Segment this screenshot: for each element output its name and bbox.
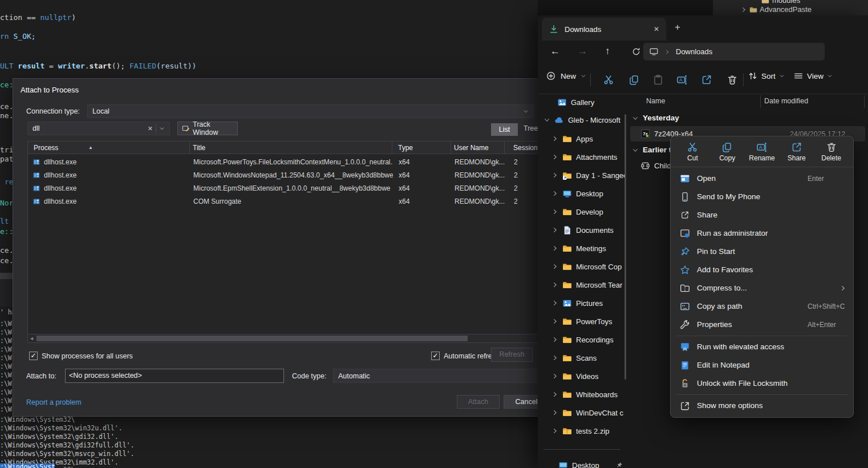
menu-item-share[interactable]: Share [671,206,853,224]
sidebar-item-whiteboards[interactable]: Whiteboards [538,386,624,403]
menu-item-show-more-options[interactable]: Show more options [671,397,853,415]
chevron-right-icon[interactable] [551,354,558,361]
sidebar-item-documents[interactable]: Documents [538,221,624,239]
sidebar-item-tests-zip[interactable]: tests 2.zip [538,422,624,439]
breadcrumb-item[interactable]: Downloads [676,47,712,56]
chevron-right-icon[interactable] [740,6,747,13]
forward-icon[interactable]: → [578,46,587,57]
sidebar-item-windevchat[interactable]: WinDevChat c [538,404,624,421]
sidebar-item-meetings[interactable]: Meetings [538,240,624,257]
chevron-right-icon[interactable] [551,427,558,434]
menu-item-edit-in-notepad[interactable]: Edit in Notepad [671,356,853,374]
chevron-right-icon[interactable] [551,208,558,215]
connection-type-select[interactable]: Local [87,104,534,118]
chevron-right-icon[interactable] [551,391,558,398]
sort-button[interactable]: Sort [748,71,785,81]
clear-filter-icon[interactable]: ✕ [148,125,153,132]
chevron-right-icon[interactable] [551,172,558,179]
cut-icon[interactable] [603,74,614,86]
menu-item-open[interactable]: OpenEnter [671,170,853,188]
chevron-right-icon[interactable] [551,135,558,142]
sidebar-item-day1[interactable]: Day 1 - Sangee [538,167,624,184]
refresh-icon[interactable] [631,47,641,57]
group-header-yesterday[interactable]: Yesterday [632,114,679,122]
column-header-date-modified[interactable]: Date modified [764,97,808,105]
filter-dropdown-icon[interactable] [159,126,165,131]
new-tab-icon[interactable]: + [675,22,680,33]
track-window-button[interactable]: Track Window [177,122,238,135]
view-button[interactable]: View [793,71,833,81]
chevron-right-icon[interactable] [551,263,558,270]
menu-item-unlock-file-locksmith[interactable]: Unlock with File Locksmith [671,374,853,393]
sidebar-item-recordings[interactable]: Recordings [538,331,624,348]
column-header-session[interactable]: Session [513,142,538,154]
sidebar-item-onedrive[interactable]: Gleb - Microsoft [538,111,624,128]
chevron-right-icon[interactable] [551,336,558,343]
copy-button[interactable]: Copy [711,142,744,162]
sidebar-item-powertoys[interactable]: PowerToys [538,313,624,330]
rename-button[interactable]: Rename [745,142,778,162]
tree-view-button[interactable]: Tree [524,124,538,132]
horizontal-scrollbar[interactable]: ◂ [28,334,557,342]
up-icon[interactable]: ↑ [605,46,610,57]
share-icon[interactable] [701,74,712,86]
sidebar-item-desktop[interactable]: Desktop [538,185,624,202]
sidebar-item-pictures[interactable]: Pictures [538,294,624,312]
column-header-type[interactable]: Type [398,142,413,154]
table-row[interactable]: dllhost.exe Microsoft.PowerToys.FileLock… [28,156,557,169]
copy-icon[interactable] [628,74,640,86]
menu-item-pin-to-start[interactable]: Pin to Start [671,243,853,261]
table-row[interactable]: dllhost.exe Microsoft.EpmShellExtension_… [28,182,557,195]
sidebar-item-scans[interactable]: Scans [538,349,624,366]
column-header-title[interactable]: Title [193,142,205,154]
sidebar-item-gallery[interactable]: Gallery [538,94,624,111]
new-button[interactable]: New [546,71,586,81]
chevron-down-icon[interactable] [632,147,639,154]
breadcrumb[interactable]: Downloads [643,43,825,60]
paste-icon[interactable] [652,74,664,86]
cut-button[interactable]: Cut [676,142,709,162]
chevron-right-icon[interactable] [551,281,558,288]
show-processes-checkbox[interactable]: ✓ [29,352,38,360]
sidebar-scrollbar[interactable] [624,114,626,380]
tab-downloads[interactable]: Downloads ✕ [542,18,666,41]
chevron-right-icon[interactable] [551,300,558,306]
close-tab-icon[interactable]: ✕ [654,25,659,33]
scrollbar-thumb[interactable] [36,336,468,341]
report-problem-link[interactable]: Report a problem [26,398,82,406]
share-button[interactable]: Share [780,142,813,162]
menu-item-properties[interactable]: PropertiesAlt+Enter [671,316,853,334]
chevron-down-icon[interactable] [632,115,639,122]
sidebar-item-desktop-pinned[interactable]: Desktop [538,457,624,468]
this-pc-icon[interactable] [649,47,659,57]
menu-item-run-with-elevated-access[interactable]: Run with elevated access [671,338,853,356]
delete-icon[interactable] [727,74,738,86]
chevron-right-icon[interactable] [551,373,558,380]
sidebar-item-microsoft-teams[interactable]: Microsoft Tear [538,276,624,293]
menu-item-send-to-phone[interactable]: Send to My Phone [671,188,853,206]
chevron-right-icon[interactable] [551,318,558,325]
group-header-earlier[interactable]: Earlier t [632,146,671,154]
chevron-down-icon[interactable] [543,116,550,123]
auto-refresh-checkbox[interactable]: ✓ [431,352,440,360]
menu-item-compress-to[interactable]: Compress to... [671,279,853,297]
chevron-right-icon[interactable] [551,154,558,160]
column-header-process[interactable]: Process [34,142,58,154]
menu-item-run-as-administrator[interactable]: Run as administrator [671,224,853,243]
chevron-right-icon[interactable] [551,227,558,233]
attach-to-field[interactable]: <No process selected> [65,369,284,383]
column-header-user[interactable]: User Name [454,142,489,154]
chevron-right-icon[interactable] [551,409,558,416]
column-header-name[interactable]: Name [646,97,665,105]
sidebar-item-attachments[interactable]: Attachments [538,148,624,166]
attach-button[interactable]: Attach [457,395,500,409]
table-row[interactable]: dllhost.exe Microsoft.WindowsNotepad_11.… [28,169,557,182]
sidebar-item-videos[interactable]: Videos [538,368,624,385]
refresh-button[interactable]: Refresh [491,348,533,362]
delete-button[interactable]: Delete [815,142,848,162]
menu-item-add-to-favorites[interactable]: Add to Favorites [671,261,853,279]
chevron-right-icon[interactable] [551,190,558,197]
tree-item-advancedpaste[interactable]: AdvancedPaste [740,5,812,14]
sidebar-item-microsoft-copilot[interactable]: Microsoft Cop [538,258,624,275]
chevron-right-icon[interactable] [551,245,558,252]
